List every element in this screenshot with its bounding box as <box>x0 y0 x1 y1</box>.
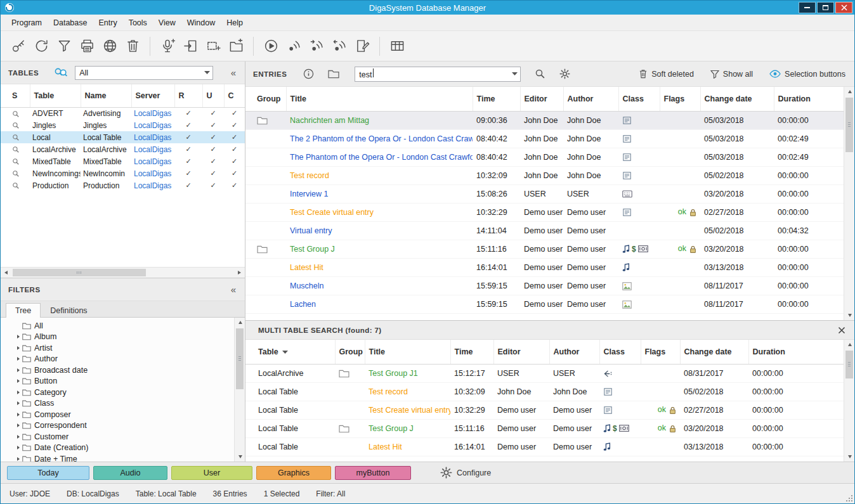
close-mts-button[interactable] <box>838 326 845 334</box>
quick-button-user[interactable]: User <box>171 466 252 480</box>
scroll-up-icon[interactable] <box>844 87 855 96</box>
gear-icon[interactable] <box>559 68 570 79</box>
edit-entry-button[interactable] <box>351 35 374 58</box>
expand-arrow-icon[interactable] <box>15 423 22 427</box>
expand-arrow-icon[interactable] <box>15 379 22 383</box>
table-manager-button[interactable] <box>386 35 408 58</box>
expand-arrow-icon[interactable] <box>15 401 22 405</box>
scroll-left-icon[interactable] <box>1 268 11 278</box>
col-s-header[interactable]: S <box>1 84 30 107</box>
col-r-header[interactable]: R <box>174 84 202 107</box>
login-key-button[interactable] <box>7 35 30 58</box>
filters-scroll-thumb[interactable] <box>236 328 244 389</box>
col-author-header[interactable]: Author <box>563 87 618 111</box>
search-icon[interactable] <box>535 68 545 79</box>
entry-row-5[interactable]: Interview 115:08:26USERUSER03/20/201800:… <box>245 184 844 203</box>
info-icon[interactable] <box>303 68 314 79</box>
expand-arrow-icon[interactable] <box>15 413 22 417</box>
col-class-header[interactable]: Class <box>618 87 660 111</box>
filter-tree-item-customer[interactable]: Customer <box>1 431 234 443</box>
hscroll-track[interactable] <box>11 268 234 278</box>
col-class-header[interactable]: Class <box>599 340 641 364</box>
configure-button[interactable]: Configure <box>440 467 491 479</box>
filter-tree-item-date-creation[interactable]: Date (Creation) <box>1 443 234 454</box>
tables-hscrollbar[interactable] <box>1 267 245 278</box>
entries-scroll-track[interactable] <box>844 96 854 311</box>
menu-entry[interactable]: Entry <box>93 16 122 30</box>
tables-row-advert[interactable]: ADVERTAdvertisingLocalDigas✓✓✓ <box>1 107 245 119</box>
menu-view[interactable]: View <box>153 16 181 30</box>
filter-tree-item-button[interactable]: Button <box>1 376 234 387</box>
scroll-down-icon[interactable] <box>235 452 245 462</box>
menu-program[interactable]: Program <box>6 16 48 30</box>
mts-row-3[interactable]: Local TableTest Create virtual entry10:3… <box>245 401 844 419</box>
quick-button-graphics[interactable]: Graphics <box>256 466 331 480</box>
tables-row-production[interactable]: ProductionProductionLocalDigas✓✓✓ <box>1 179 245 191</box>
col-table-header[interactable]: Table <box>30 84 81 107</box>
scroll-down-icon[interactable] <box>844 452 855 462</box>
virtual-entry-button[interactable] <box>202 35 225 58</box>
entry-row-7[interactable]: Virtual entry14:11:04Demo userDemo user0… <box>245 221 844 240</box>
entry-row-1[interactable]: Nachrichten am Mittag09:00:36John DoeJoh… <box>245 111 844 129</box>
col-change-date-header[interactable]: Change date <box>700 87 774 111</box>
broadcast-live-button[interactable] <box>282 35 305 58</box>
printer-button[interactable] <box>75 35 98 58</box>
collapse-filters-button[interactable]: « <box>230 285 237 294</box>
col-title-header[interactable]: Title <box>365 340 450 364</box>
filter-tree-item-artist[interactable]: Artist <box>1 342 234 354</box>
col-c-header[interactable]: C <box>224 84 245 107</box>
filter-tree-item-all[interactable]: All <box>1 320 234 332</box>
col-time-header[interactable]: Time <box>473 87 520 111</box>
entry-row-8[interactable]: Test Group J15:11:16Demo userDemo user$o… <box>245 240 844 258</box>
expand-arrow-icon[interactable] <box>15 357 22 361</box>
expand-arrow-icon[interactable] <box>15 391 22 394</box>
scroll-up-icon[interactable] <box>844 340 855 349</box>
tab-definitions[interactable]: Definitions <box>41 303 96 318</box>
filters-scroll-track[interactable] <box>235 327 245 452</box>
filter-tree-item-correspondent[interactable]: Correspondent <box>1 420 234 432</box>
expand-arrow-icon[interactable] <box>15 446 22 449</box>
scroll-up-icon[interactable] <box>235 318 245 327</box>
expand-arrow-icon[interactable] <box>15 368 22 372</box>
filter-tree-item-album[interactable]: Album <box>1 332 234 343</box>
entry-row-11[interactable]: Lachen15:59:15Demo userDemo user08/11/20… <box>245 295 844 313</box>
col-editor-header[interactable]: Editor <box>493 340 549 364</box>
col-time-header[interactable]: Time <box>450 340 493 364</box>
scroll-down-icon[interactable] <box>844 311 855 320</box>
col-name-header[interactable]: Name <box>81 84 131 107</box>
tables-row-local[interactable]: LocalLocal TableLocalDigas✓✓✓ <box>1 131 245 143</box>
filter-tree-item-category[interactable]: Category <box>1 387 234 398</box>
entries-scrollbar[interactable] <box>844 87 854 320</box>
show-all-toggle[interactable]: Show all <box>710 70 753 79</box>
tables-row-mixedtable[interactable]: MixedTableMixedTableLocalDigas✓✓✓ <box>1 155 245 167</box>
quick-button-audio[interactable]: Audio <box>93 466 167 480</box>
quick-button-today[interactable]: Today <box>7 466 89 480</box>
record-new-button[interactable] <box>156 35 179 58</box>
mts-row-5[interactable]: Local TableLatest Hit16:14:01Demo userDe… <box>245 437 844 456</box>
filter-tree-item-composer[interactable]: Composer <box>1 409 234 420</box>
filter-tree-item-author[interactable]: Author <box>1 354 234 365</box>
entry-row-3[interactable]: The Phantom of the Opera Or - London Cas… <box>245 148 844 166</box>
globe-button[interactable] <box>98 35 121 58</box>
collapse-tables-button[interactable]: « <box>230 68 237 77</box>
filter-tree-item-class[interactable]: Class <box>1 398 234 410</box>
expand-arrow-icon[interactable] <box>15 435 22 439</box>
menu-window[interactable]: Window <box>181 16 221 30</box>
entry-row-10[interactable]: Muscheln15:59:15Demo userDemo user08/11/… <box>245 276 844 295</box>
mts-scroll-thumb[interactable] <box>845 351 853 378</box>
mts-scrollbar[interactable] <box>844 340 854 462</box>
minimize-button[interactable] <box>799 2 816 13</box>
play-button[interactable] <box>259 35 282 58</box>
expand-arrow-icon[interactable] <box>15 335 22 339</box>
entries-scroll-thumb[interactable] <box>845 98 853 152</box>
mts-row-4[interactable]: Local TableTest Group J15:11:16Demo user… <box>245 419 844 437</box>
broadcast-out-button[interactable] <box>305 35 328 58</box>
import-entry-button[interactable] <box>179 35 202 58</box>
col-author-header[interactable]: Author <box>549 340 599 364</box>
filters-scrollbar[interactable] <box>234 318 245 462</box>
soft-deleted-toggle[interactable]: Soft deleted <box>639 69 694 79</box>
new-group-button[interactable] <box>225 35 247 58</box>
col-editor-header[interactable]: Editor <box>520 87 563 111</box>
entry-row-2[interactable]: The 2 Phantom of the Opera Or - London C… <box>245 129 844 148</box>
close-button[interactable] <box>835 2 852 13</box>
